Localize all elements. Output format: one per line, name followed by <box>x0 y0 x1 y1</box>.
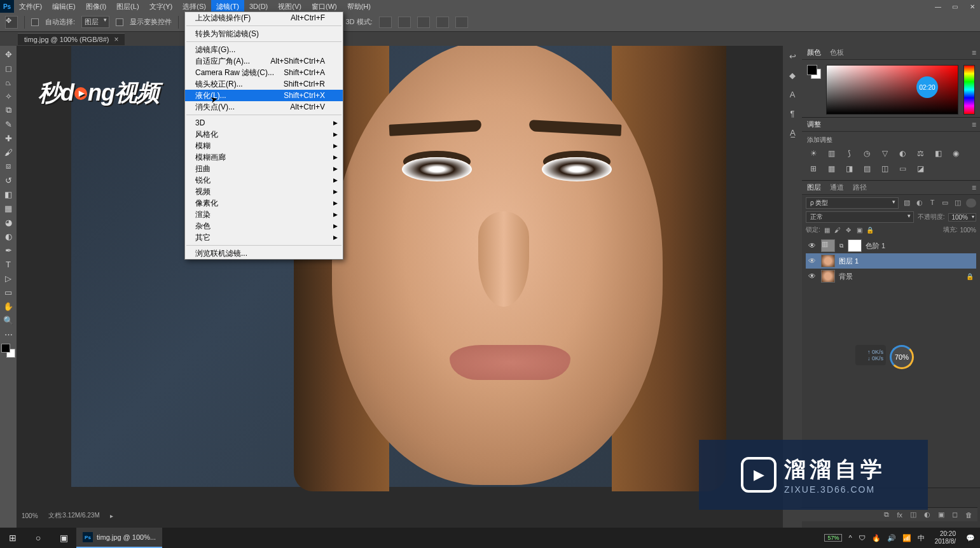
char-icon[interactable]: A <box>785 88 799 101</box>
glyphs-icon[interactable]: A̲ <box>785 126 799 139</box>
adj-levels-icon[interactable]: ▥ <box>825 148 838 158</box>
lock-all-icon[interactable]: 🔒 <box>866 227 874 234</box>
adj-channelmixer-icon[interactable]: ⊞ <box>807 164 820 174</box>
adj-colorbalance-icon[interactable]: ⚖ <box>914 148 927 158</box>
menu-distort[interactable]: 扭曲▶ <box>185 163 343 174</box>
menu-browse-online[interactable]: 浏览联机滤镜... <box>185 248 343 259</box>
minimize-icon[interactable]: — <box>930 3 946 10</box>
menu-other[interactable]: 其它▶ <box>185 232 343 243</box>
menu-vanishing-point[interactable]: 消失点(V)...Alt+Ctrl+V <box>185 101 343 113</box>
menu-select[interactable]: 选择(S) <box>177 0 211 13</box>
adj-vibrance-icon[interactable]: ▽ <box>878 148 891 158</box>
menu-type[interactable]: 文字(Y) <box>144 0 178 13</box>
menu-camera-raw[interactable]: Camera Raw 滤镜(C)...Shift+Ctrl+A <box>185 67 343 78</box>
taskbar-clock[interactable]: 20:20 2018/8/ <box>931 530 960 545</box>
pen-tool[interactable]: ✒ <box>1 243 16 257</box>
3d-icon-3[interactable] <box>417 17 430 28</box>
menu-convert-smart[interactable]: 转换为智能滤镜(S) <box>185 28 343 39</box>
menu-filter[interactable]: 滤镜(T) <box>211 0 244 13</box>
layer-kind-filter[interactable]: ρ 类型 <box>806 197 899 209</box>
wand-tool[interactable]: ✧ <box>1 89 16 103</box>
menu-filter-gallery[interactable]: 滤镜库(G)... <box>185 44 343 55</box>
menu-view[interactable]: 视图(V) <box>273 0 307 13</box>
zoom-tool[interactable]: 🔍 <box>1 313 16 327</box>
tray-ime-icon[interactable]: 中 <box>918 533 925 543</box>
foreground-color[interactable] <box>1 344 10 353</box>
tray-wifi-icon[interactable]: 📶 <box>902 534 911 542</box>
dodge-tool[interactable]: ◐ <box>1 229 16 243</box>
menu-layer[interactable]: 图层(L) <box>111 0 144 13</box>
adj-threshold-icon[interactable]: ◫ <box>878 164 891 174</box>
tray-network-icon[interactable]: 🔥 <box>872 534 881 542</box>
tab-color[interactable]: 颜色 <box>807 48 821 57</box>
path-tool[interactable]: ▷ <box>1 271 16 285</box>
visibility-icon[interactable]: 👁 <box>808 272 817 281</box>
notifications-icon[interactable]: 💬 <box>966 534 975 542</box>
menu-file[interactable]: 文件(F) <box>14 0 47 13</box>
opacity-value[interactable]: 100% <box>948 213 976 221</box>
adj-invert-icon[interactable]: ◨ <box>843 164 855 174</box>
filter-type-icon[interactable]: T <box>928 199 937 207</box>
menu-image[interactable]: 图像(I) <box>81 0 111 13</box>
delete-layer-icon[interactable]: 🗑 <box>965 511 972 519</box>
adj-curves-icon[interactable]: ⟆ <box>843 148 855 158</box>
new-group-icon[interactable]: ▣ <box>938 510 944 519</box>
taskbar-app-photoshop[interactable]: Ps timg.jpg @ 100%... <box>76 528 162 548</box>
move-tool-icon[interactable]: ✥ <box>5 16 18 29</box>
color-field[interactable] <box>826 65 958 115</box>
show-transform-checkbox[interactable] <box>116 18 123 26</box>
zoom-level[interactable]: 100% <box>22 512 38 519</box>
menu-3d[interactable]: 3D(D) <box>244 0 273 13</box>
brush-tool[interactable]: 🖌 <box>1 145 16 159</box>
menu-last-filter[interactable]: 上次滤镜操作(F)Alt+Ctrl+F <box>185 12 343 24</box>
marquee-tool[interactable]: ◻ <box>1 61 16 75</box>
menu-blur[interactable]: 模糊▶ <box>185 140 343 151</box>
filter-pixel-icon[interactable]: ▧ <box>902 199 911 207</box>
heal-tool[interactable]: ✚ <box>1 131 16 145</box>
move-tool[interactable]: ✥ <box>1 47 16 61</box>
adj-photofilter-icon[interactable]: ◉ <box>949 148 962 158</box>
new-layer-icon[interactable]: ◻ <box>952 510 958 519</box>
layer-item-levels[interactable]: 👁 ▥ ⧉ 色阶 1 <box>806 238 976 253</box>
adj-exposure-icon[interactable]: ◷ <box>860 148 873 158</box>
lock-position-icon[interactable]: ✥ <box>845 227 853 234</box>
layer-name[interactable]: 图层 1 <box>839 256 859 266</box>
tray-volume-icon[interactable]: 🔊 <box>887 534 896 542</box>
filter-toggle[interactable] <box>966 199 976 207</box>
3d-icon-5[interactable] <box>455 17 468 28</box>
task-view-icon[interactable]: ▣ <box>51 528 76 548</box>
cortana-icon[interactable]: ○ <box>25 528 51 548</box>
properties-icon[interactable]: ◆ <box>785 69 799 81</box>
mask-link-icon[interactable]: ⧉ <box>839 242 844 249</box>
tab-layers[interactable]: 图层 <box>807 183 821 192</box>
doc-info-arrow-icon[interactable]: ▸ <box>110 512 113 519</box>
auto-select-dropdown[interactable]: 图层 <box>81 16 109 28</box>
3d-icon-2[interactable] <box>398 17 411 28</box>
doc-tab-close-icon[interactable]: × <box>114 35 118 44</box>
eraser-tool[interactable]: ◧ <box>1 187 16 201</box>
menu-pixelate[interactable]: 像素化▶ <box>185 197 343 209</box>
doc-tab[interactable]: timg.jpg @ 100% (RGB/8#) × <box>18 33 125 45</box>
menu-stylize[interactable]: 风格化▶ <box>185 129 343 140</box>
gradient-tool[interactable]: ▦ <box>1 201 16 215</box>
adj-bw-icon[interactable]: ◧ <box>932 148 944 158</box>
auto-select-checkbox[interactable] <box>31 18 39 26</box>
menu-3d[interactable]: 3D▶ <box>185 117 343 129</box>
layer-item-layer1[interactable]: 👁 图层 1 <box>806 253 976 269</box>
tab-adjustments[interactable]: 调整 <box>807 120 821 129</box>
lock-transparent-icon[interactable]: ▦ <box>823 227 831 234</box>
menu-blur-gallery[interactable]: 模糊画廊▶ <box>185 151 343 163</box>
adj-posterize-icon[interactable]: ▤ <box>860 164 873 174</box>
eyedropper-tool[interactable]: ✎ <box>1 117 16 131</box>
edit-toolbar[interactable]: ⋯ <box>1 327 16 341</box>
type-tool[interactable]: T <box>1 257 16 271</box>
menu-noise[interactable]: 杂色▶ <box>185 220 343 232</box>
new-fill-icon[interactable]: ◐ <box>924 510 930 519</box>
start-button[interactable]: ⊞ <box>0 528 25 548</box>
3d-icon-4[interactable] <box>436 17 449 28</box>
menu-render[interactable]: 渲染▶ <box>185 209 343 220</box>
lock-artboard-icon[interactable]: ▣ <box>855 227 864 234</box>
panel-menu-icon[interactable]: ≡ <box>972 48 976 57</box>
filter-smart-icon[interactable]: ◫ <box>953 199 962 207</box>
menu-video[interactable]: 视频▶ <box>185 186 343 197</box>
